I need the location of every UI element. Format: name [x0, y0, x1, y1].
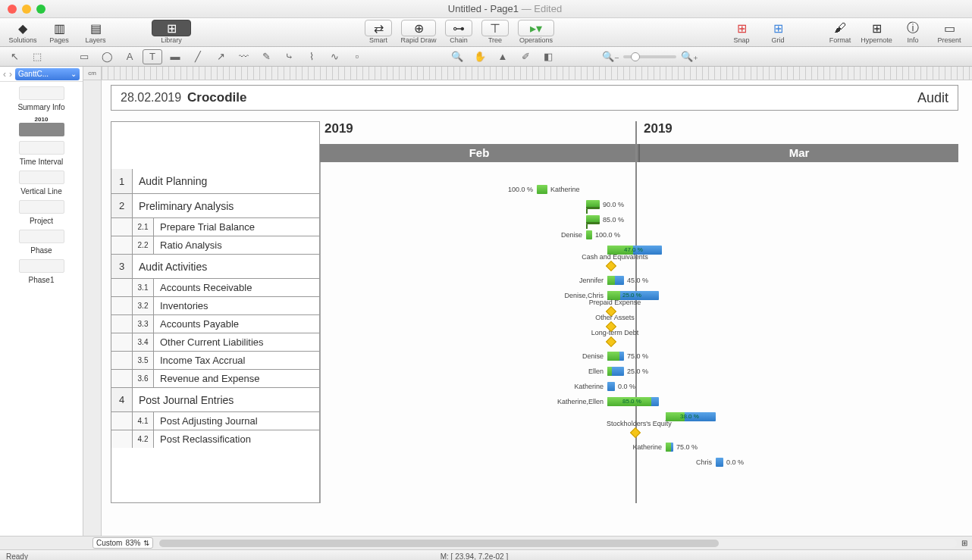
bar-label-right: 0.0 % — [618, 383, 635, 390]
task-row[interactable]: 4.2Post Reclassification — [111, 430, 319, 448]
library-item[interactable]: 2010 — [3, 116, 80, 136]
rapid-draw-button[interactable]: ⊕Rapid Draw — [398, 20, 439, 44]
task-row[interactable]: 3.3Accounts Payable — [111, 314, 319, 333]
task-row[interactable]: 1Audit Planning — [111, 169, 319, 193]
library-panel: ‹ › GanttC...⌄ Summary Info2010Time Inte… — [0, 67, 83, 536]
zoom-bar: Custom 83% ⇅ ⊞ — [0, 536, 972, 549]
bar-label-left: Katherine — [574, 383, 604, 390]
line-tool[interactable]: ╱ — [188, 49, 208, 64]
zoom-in-tool[interactable]: 🔍 — [447, 49, 467, 64]
milestone-diamond[interactable] — [606, 336, 616, 347]
gantt-bar[interactable] — [607, 382, 615, 391]
info-button[interactable]: ⓘInfo — [896, 20, 930, 44]
textbox-tool[interactable]: T — [143, 49, 162, 64]
progress-label: 25.0 % — [622, 292, 641, 299]
note-tool[interactable]: ▬ — [165, 49, 185, 64]
dropper-tool[interactable]: ✐ — [516, 49, 535, 64]
eraser-tool[interactable]: ◧ — [538, 49, 558, 64]
grid-button[interactable]: ⊞Grid — [761, 20, 795, 44]
task-table: 1Audit Planning2Preliminary Analysis2.1P… — [111, 121, 320, 503]
library-item[interactable]: Phase1 — [3, 259, 80, 284]
status-text: Ready — [6, 552, 28, 560]
grid-toggle-icon[interactable]: ⊞ — [961, 539, 967, 547]
gantt-bar[interactable] — [537, 185, 547, 194]
gantt-bar[interactable] — [586, 215, 600, 224]
insert-tool[interactable]: ▫ — [347, 49, 367, 64]
zoom-in-button[interactable]: 🔍₊ — [679, 49, 699, 64]
gantt-bar[interactable] — [586, 230, 592, 239]
main-toolbar: ◆Solutions ▥Pages ▤Layers ⊞Library ⇄Smar… — [0, 18, 972, 47]
close-icon[interactable] — [8, 5, 17, 14]
horizontal-scrollbar[interactable] — [158, 539, 957, 548]
task-row[interactable]: 3.2Inventories — [111, 296, 319, 314]
gantt-bar[interactable] — [586, 200, 600, 209]
gantt-bar[interactable] — [716, 458, 723, 467]
milestone-label: Long-term Debt — [577, 329, 653, 336]
ellipse-tool[interactable]: ◯ — [97, 49, 117, 64]
smart-button[interactable]: ⇄Smart — [362, 20, 395, 44]
gantt-chart: 20192019 FebMar 100.0 %Katherine90.0 %85… — [320, 121, 958, 503]
task-row[interactable]: 4Post Journal Entries — [111, 387, 319, 411]
library-button[interactable]: ⊞Library — [149, 20, 194, 44]
status-bar: Ready M: [ 23.94, 7.2e-02 ] — [0, 549, 972, 560]
library-item[interactable]: Project — [3, 200, 80, 225]
cursor-position: M: [ 23.94, 7.2e-02 ] — [28, 552, 920, 560]
task-row[interactable]: 2Preliminary Analysis — [111, 193, 319, 217]
connector-tool[interactable]: ⤷ — [279, 49, 299, 64]
task-row[interactable]: 3Audit Activities — [111, 254, 319, 278]
arrow-tool[interactable]: ↗ — [211, 49, 230, 64]
gantt-progress — [607, 367, 612, 376]
stamp-tool[interactable]: ▲ — [493, 49, 513, 64]
snap-button[interactable]: ⊞Snap — [725, 20, 758, 44]
library-item[interactable]: Summary Info — [3, 86, 80, 111]
document-header: 28.02.2019 Crocodile Audit — [111, 85, 958, 111]
milestone-diamond[interactable] — [630, 427, 641, 438]
format-button[interactable]: 🖌Format — [823, 20, 857, 44]
task-row[interactable]: 3.5Income Tax Accrual — [111, 351, 319, 369]
pen-tool[interactable]: ✎ — [256, 49, 276, 64]
rect-tool[interactable]: ▭ — [74, 49, 94, 64]
task-row[interactable]: 2.2Ratio Analysis — [111, 236, 319, 254]
bar-label-left: Katherine — [632, 443, 662, 451]
vertical-ruler — [83, 80, 102, 536]
task-row[interactable]: 4.1Post Adjusting Journal — [111, 411, 319, 430]
layers-button[interactable]: ▤Layers — [79, 20, 112, 44]
pan-tool[interactable]: ✋ — [470, 49, 490, 64]
task-row[interactable]: 3.4Other Current Liabilities — [111, 333, 319, 351]
marquee-tool[interactable]: ⬚ — [27, 49, 47, 64]
chain-button[interactable]: ⊶Chain — [442, 20, 475, 44]
hypernote-button[interactable]: ⊞Hypernote — [860, 20, 893, 44]
pointer-tool[interactable]: ↖ — [5, 49, 24, 64]
pages-button[interactable]: ▥Pages — [42, 20, 76, 44]
zoom-selector[interactable]: Custom 83% ⇅ — [92, 537, 153, 549]
zoom-slider[interactable] — [623, 55, 676, 58]
bar-label-right: 90.0 % — [603, 201, 624, 208]
solutions-button[interactable]: ◆Solutions — [6, 20, 39, 44]
task-row[interactable]: 2.1Prepare Trial Balance — [111, 217, 319, 236]
zoom-icon[interactable] — [36, 5, 45, 14]
nav-back-icon[interactable]: ‹ — [3, 69, 6, 80]
freehand-tool[interactable]: ∿ — [325, 49, 344, 64]
library-item[interactable]: Phase — [3, 230, 80, 255]
tree-button[interactable]: ⊤Tree — [478, 20, 512, 44]
task-row[interactable]: 3.6Revenue and Expense — [111, 369, 319, 387]
present-button[interactable]: ▭Present — [933, 20, 966, 44]
gantt-progress — [607, 352, 619, 361]
library-selector[interactable]: GanttC...⌄ — [15, 68, 80, 80]
canvas[interactable]: 28.02.2019 Crocodile Audit 1Audit Planni… — [102, 80, 972, 536]
milestone-diamond[interactable] — [606, 261, 616, 271]
bar-label-right: 100.0 % — [595, 231, 620, 239]
gantt-progress — [666, 443, 671, 452]
bar-label-right: 0.0 % — [726, 458, 744, 466]
minimize-icon[interactable] — [22, 5, 31, 14]
operations-button[interactable]: ▸▾Operations — [515, 20, 557, 44]
zoom-out-button[interactable]: 🔍₋ — [600, 49, 620, 64]
nav-fwd-icon[interactable]: › — [9, 69, 12, 80]
progress-label: 47.0 % — [624, 246, 643, 253]
text-tool[interactable]: A — [120, 49, 140, 64]
curve-tool[interactable]: 〰 — [234, 49, 253, 64]
task-row[interactable]: 3.1Accounts Receivable — [111, 278, 319, 296]
library-item[interactable]: Vertical Line — [3, 171, 80, 196]
bezier-tool[interactable]: ⌇ — [302, 49, 321, 64]
library-item[interactable]: Time Interval — [3, 141, 80, 166]
